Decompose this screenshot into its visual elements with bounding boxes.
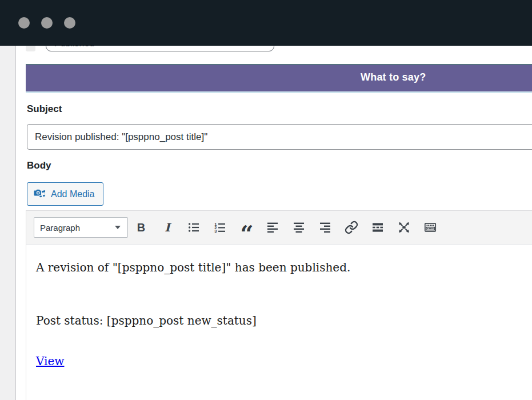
keyboard-icon (423, 221, 437, 234)
editor-content-area[interactable]: A revision of "[psppno_post title]" has … (26, 245, 532, 385)
view-link[interactable]: View (36, 354, 64, 368)
window-control-dot-icon[interactable] (64, 17, 75, 29)
blockquote-icon: “ (240, 218, 252, 237)
window-control-dot-icon[interactable] (41, 17, 53, 29)
window-control-dot-icon[interactable] (18, 17, 30, 29)
italic-icon: I (165, 221, 170, 234)
keyboard-shortcuts-button[interactable] (422, 218, 438, 237)
camera-music-note-icon (34, 188, 46, 201)
what-to-say-header-banner: What to say? (26, 64, 532, 93)
bulleted-list-icon (187, 221, 201, 234)
chevron-down-icon (115, 226, 121, 229)
paragraph-format-select[interactable]: Paragraph (34, 217, 128, 238)
italic-button[interactable]: I (159, 218, 175, 237)
format-select-value: Paragraph (40, 223, 80, 233)
page: Published What to say? Subject Body Add … (0, 0, 532, 400)
editor-toolbar: Paragraph B I (26, 211, 532, 245)
add-media-label: Add Media (51, 189, 95, 199)
page-left-gutter (0, 46, 16, 400)
align-right-icon (318, 221, 332, 234)
bulleted-list-button[interactable] (186, 218, 202, 237)
numbered-list-icon: 1 2 3 (213, 221, 227, 234)
align-left-icon (266, 221, 279, 234)
body-label: Body (27, 160, 51, 171)
bold-button[interactable]: B (133, 218, 149, 237)
insert-read-more-button[interactable] (370, 218, 386, 237)
link-icon (345, 221, 358, 234)
window-title-bar (0, 0, 532, 46)
blockquote-button[interactable]: “ (238, 218, 254, 237)
add-media-button[interactable]: Add Media (27, 182, 103, 206)
body-editor: Paragraph B I (26, 210, 532, 400)
subject-label: Subject (27, 103, 62, 115)
subject-input[interactable] (27, 124, 532, 150)
section-title: What to say? (361, 71, 426, 83)
read-more-tag-icon (371, 221, 385, 234)
align-center-icon (292, 221, 306, 234)
insert-link-button[interactable] (343, 218, 359, 237)
fullscreen-expand-icon (397, 221, 411, 234)
align-left-button[interactable] (265, 218, 281, 237)
align-center-button[interactable] (291, 218, 307, 237)
bold-icon: B (137, 221, 145, 234)
align-right-button[interactable] (317, 218, 333, 237)
numbered-list-button[interactable]: 1 2 3 (212, 218, 228, 237)
svg-text:3: 3 (214, 229, 217, 234)
toolbar-buttons: B I 1 (133, 218, 438, 237)
editor-paragraph: View (36, 354, 531, 369)
editor-paragraph: Post status: [psppno_post new_status] (36, 313, 531, 329)
editor-paragraph: A revision of "[psppno_post title]" has … (36, 260, 531, 275)
fullscreen-button[interactable] (396, 218, 412, 237)
